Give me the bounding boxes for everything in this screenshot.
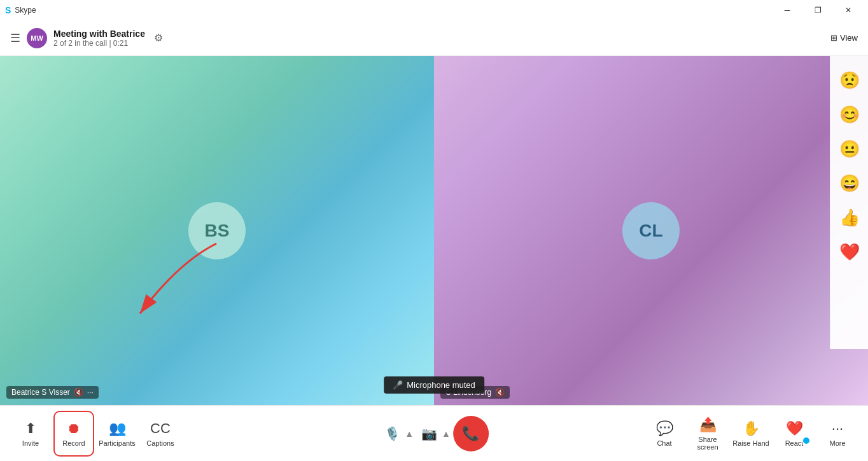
mute-mic-button[interactable]: 🎙️ [379, 421, 405, 446]
title-bar-left: S Skype [0, 5, 36, 15]
more-icon: ··· [832, 420, 843, 437]
chat-button[interactable]: 💬 Chat [644, 411, 685, 457]
react-label: React [785, 439, 804, 447]
title-bar: S Skype ─ ❐ ✕ [0, 0, 868, 20]
end-call-icon: 📞 [462, 425, 479, 442]
skype-logo-icon: S [5, 5, 11, 15]
maximize-button[interactable]: ❐ [803, 0, 832, 20]
raise-hand-label: Raise Hand [732, 439, 769, 447]
participants-button[interactable]: 👥 Participants [97, 411, 137, 457]
meeting-subtitle: 2 of 2 in the call | 0:21 [53, 39, 145, 48]
mic-chevron-button[interactable]: ▲ [405, 429, 414, 439]
user-avatar: MW [27, 28, 47, 48]
invite-label: Invite [22, 439, 39, 447]
mic-muted-icon: 🎤 [393, 380, 403, 390]
more-options-icon[interactable]: ··· [87, 388, 94, 397]
mic-control-group: 🎙️ ▲ [379, 421, 414, 446]
header-right: ⊞ View [830, 33, 858, 43]
mic-muted-text: Microphone muted [407, 380, 475, 390]
mute-icon-left: 🔇 [74, 388, 83, 397]
chat-label: Chat [657, 439, 671, 447]
invite-icon: ⬆ [25, 420, 36, 437]
emoji-grin[interactable]: 😄 [836, 169, 864, 197]
emoji-panel: 😟 😊 😐 😄 👍 ❤️ [830, 56, 868, 349]
minimize-button[interactable]: ─ [773, 0, 802, 20]
emoji-worried[interactable]: 😟 [836, 66, 864, 94]
invite-button[interactable]: ⬆ Invite [10, 411, 51, 457]
view-button[interactable]: ⊞ View [830, 33, 858, 43]
cam-chevron-button[interactable]: ▲ [442, 429, 451, 439]
chat-icon: 💬 [656, 420, 673, 437]
participant-avatar-cl: CL [622, 202, 680, 259]
hamburger-menu-icon[interactable]: ☰ [10, 31, 20, 45]
share-screen-icon: 📤 [699, 416, 717, 433]
emoji-heart[interactable]: ❤️ [836, 238, 864, 266]
react-button[interactable]: ❤️ React [774, 411, 815, 457]
main-content: BS Beatrice S Visser 🔇 ··· CL C Lindenbe… [0, 56, 868, 405]
video-panel-left: BS Beatrice S Visser 🔇 ··· [0, 56, 434, 405]
meeting-header: ☰ MW Meeting with Beatrice 2 of 2 in the… [0, 20, 868, 56]
record-icon: ⏺ [67, 420, 81, 437]
arrow-annotation [102, 237, 229, 329]
more-label: More [829, 439, 845, 447]
captions-label: Captions [146, 439, 174, 447]
app-title: Skype [15, 6, 36, 15]
participants-label: Participants [99, 439, 135, 447]
record-label: Record [62, 439, 85, 447]
participant-name-left: Beatrice S Visser [11, 388, 70, 397]
raise-hand-button[interactable]: ✋ Raise Hand [731, 411, 771, 457]
share-screen-button[interactable]: 📤 Share screen [687, 411, 728, 457]
raise-hand-icon: ✋ [743, 420, 760, 437]
mute-icon-right: 🔇 [495, 388, 505, 397]
mute-cam-button[interactable]: 📷 [416, 421, 442, 446]
captions-icon: CC [150, 420, 171, 437]
header-left: ☰ MW Meeting with Beatrice 2 of 2 in the… [10, 28, 163, 48]
end-call-button[interactable]: 📞 [453, 416, 489, 451]
emoji-neutral[interactable]: 😐 [836, 135, 864, 163]
more-button[interactable]: ··· More [817, 411, 858, 457]
react-icon: ❤️ [786, 420, 803, 437]
grid-icon: ⊞ [830, 33, 837, 43]
toolbar-right: 💬 Chat 📤 Share screen ✋ Raise Hand ❤️ Re… [644, 411, 858, 457]
react-notification-dot [802, 436, 811, 445]
meeting-title: Meeting with Beatrice [53, 29, 145, 39]
view-label: View [840, 33, 858, 43]
close-button[interactable]: ✕ [834, 0, 863, 20]
video-panel-right: CL C Lindenberg 🔇 [434, 56, 868, 405]
muted-tooltip: 🎤 Microphone muted [384, 376, 484, 394]
cam-control-group: 📷 ▲ [416, 421, 451, 446]
emoji-thumbsup[interactable]: 👍 [836, 203, 864, 231]
bottom-toolbar: ⬆ Invite ⏺ Record 👥 Participants CC Capt… [0, 405, 868, 461]
participants-icon: 👥 [109, 420, 126, 437]
captions-button[interactable]: CC Captions [140, 411, 181, 457]
share-screen-label: Share screen [687, 436, 728, 451]
emoji-smile[interactable]: 😊 [836, 100, 864, 128]
meeting-info: Meeting with Beatrice 2 of 2 in the call… [53, 29, 145, 48]
toolbar-center: 🎙️ ▲ 📷 ▲ 📞 [379, 416, 489, 451]
settings-icon[interactable]: ⚙ [154, 32, 163, 44]
participant-label-left: Beatrice S Visser 🔇 ··· [6, 386, 99, 399]
window-controls: ─ ❐ ✕ [773, 0, 863, 20]
record-button[interactable]: ⏺ Record [53, 411, 94, 457]
toolbar-left: ⬆ Invite ⏺ Record 👥 Participants CC Capt… [10, 411, 181, 457]
